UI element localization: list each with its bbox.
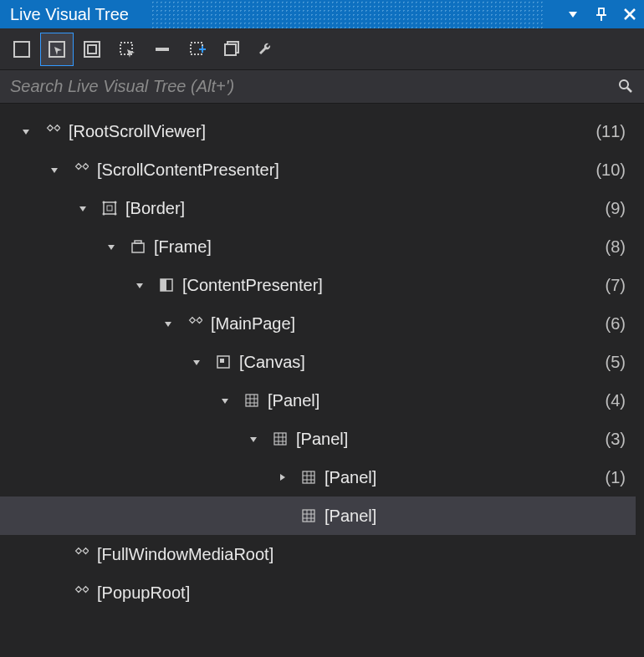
canvas-icon <box>214 353 233 371</box>
tree-node-label: [Border] <box>125 199 185 218</box>
tree-node-label: [ScrollContentPresenter] <box>97 160 279 180</box>
expander-expanded-icon[interactable] <box>216 391 234 410</box>
tree-node-label: [Panel] <box>268 391 319 410</box>
expander-collapsed-icon[interactable] <box>273 468 291 486</box>
titlebar-title: Live Visual Tree <box>10 0 129 28</box>
display-layout-adorners-button[interactable] <box>75 33 109 66</box>
element-icon <box>72 583 90 602</box>
tree-row[interactable]: [Panel](1) <box>0 458 636 497</box>
frame-icon <box>129 237 147 256</box>
tree-row[interactable]: [Border](9) <box>0 189 636 227</box>
toggle-runtime-tools-button[interactable] <box>146 33 179 66</box>
expander-expanded-icon[interactable] <box>45 160 64 179</box>
child-count: (6) <box>606 314 626 334</box>
child-count: (4) <box>606 391 626 410</box>
tree-node-label: [Panel] <box>325 468 376 487</box>
search-icon[interactable] <box>617 78 636 96</box>
pin-button[interactable] <box>590 3 612 25</box>
enable-selection-button[interactable] <box>40 33 74 66</box>
tree-row[interactable]: [Canvas](5) <box>0 343 636 381</box>
child-count: (11) <box>595 122 626 141</box>
grid-icon <box>299 507 318 525</box>
search-input[interactable] <box>10 77 617 96</box>
tree-row[interactable]: [Panel](3) <box>0 420 636 458</box>
tree-row[interactable]: [RootScrollViewer](11) <box>0 112 636 150</box>
child-count: (7) <box>606 276 626 295</box>
grid-icon <box>271 430 289 448</box>
titlebar-grip[interactable] <box>151 0 544 28</box>
tree-node-label: [Panel] <box>296 430 348 449</box>
grid-icon <box>299 468 318 486</box>
tree-row[interactable]: [Panel](4) <box>0 381 636 420</box>
expander-expanded-icon[interactable] <box>244 430 263 448</box>
tree-row[interactable]: [ContentPresenter](7) <box>0 266 636 304</box>
tree-row[interactable]: [Panel] <box>0 497 636 535</box>
tree-node-label: [Canvas] <box>239 353 305 372</box>
show-all-button[interactable] <box>216 33 249 66</box>
visual-tree: [RootScrollViewer](11)[ScrollContentPres… <box>0 104 644 620</box>
grid-icon <box>243 391 261 410</box>
settings-button[interactable] <box>251 33 284 66</box>
child-count: (10) <box>595 160 626 180</box>
expander-none <box>45 545 64 563</box>
tree-row[interactable]: [MainPage](6) <box>0 304 636 343</box>
expander-expanded-icon[interactable] <box>17 122 35 140</box>
tree-row[interactable]: [FullWindowMediaRoot] <box>0 535 636 573</box>
tree-node-label: [MainPage] <box>211 314 295 334</box>
tree-node-label: [FullWindowMediaRoot] <box>97 545 273 564</box>
element-icon <box>72 545 90 563</box>
window-menu-button[interactable] <box>562 3 584 25</box>
tree-row[interactable]: [Frame](8) <box>0 227 636 266</box>
track-focused-element-button[interactable] <box>110 33 144 66</box>
tree-node-label: [Panel] <box>325 507 376 526</box>
expander-expanded-icon[interactable] <box>102 237 120 256</box>
expander-none <box>45 583 64 602</box>
toolbar <box>0 28 644 70</box>
expander-expanded-icon[interactable] <box>187 353 206 371</box>
tree-node-label: [RootScrollViewer] <box>69 122 206 141</box>
content-icon <box>157 276 176 294</box>
element-icon <box>186 314 204 333</box>
element-icon <box>43 122 62 140</box>
child-count: (1) <box>606 468 626 487</box>
element-icon <box>72 160 90 179</box>
searchbar <box>0 70 644 104</box>
select-element-button[interactable] <box>5 33 38 66</box>
child-count: (8) <box>606 237 626 257</box>
expander-expanded-icon[interactable] <box>130 276 149 294</box>
titlebar: Live Visual Tree <box>0 0 644 28</box>
expander-expanded-icon[interactable] <box>74 199 92 217</box>
child-count: (5) <box>606 353 626 372</box>
tree-row[interactable]: [ScrollContentPresenter](10) <box>0 150 636 189</box>
expander-expanded-icon[interactable] <box>159 314 177 333</box>
close-button[interactable] <box>619 3 641 25</box>
preview-selection-button[interactable] <box>181 33 214 66</box>
border-icon <box>100 199 119 217</box>
child-count: (3) <box>606 430 626 449</box>
child-count: (9) <box>606 199 626 218</box>
tree-node-label: [PopupRoot] <box>97 583 190 603</box>
tree-row[interactable]: [PopupRoot] <box>0 573 636 612</box>
tree-node-label: [Frame] <box>154 237 212 257</box>
expander-none <box>273 507 291 525</box>
tree-node-label: [ContentPresenter] <box>182 276 323 295</box>
